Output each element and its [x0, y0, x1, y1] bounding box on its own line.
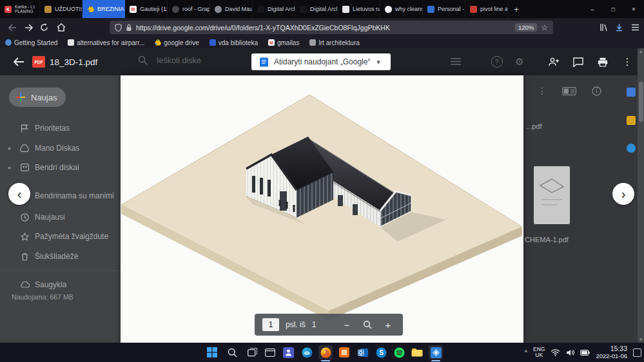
url-bar[interactable]: https://drive.google.com/drive/u/0/folde…	[110, 21, 553, 34]
zoom-level-badge[interactable]: 120%	[515, 23, 537, 32]
home-icon[interactable]	[55, 22, 66, 33]
magnifier-icon[interactable]	[360, 318, 375, 332]
tab-why-cleanse[interactable]: why cleanse	[380, 0, 423, 18]
minimize-button[interactable]: –	[582, 0, 603, 18]
app-orange-icon[interactable]	[337, 345, 351, 359]
tab-gautieji[interactable]: M Gautieji (11	[125, 0, 168, 18]
sidebar-item-bendri-diskai[interactable]: ▸ Bendri diskai	[0, 160, 121, 175]
keep-icon[interactable]	[627, 116, 636, 125]
tab-pivot[interactable]: pivot line an	[465, 0, 508, 18]
sidebar-item-naujausi[interactable]: Naujausi	[0, 209, 121, 225]
forward-icon[interactable]	[23, 22, 34, 33]
expand-caret-icon[interactable]: ▸	[8, 164, 12, 171]
tab-title: Karlka - L'a	[15, 5, 35, 10]
print-icon[interactable]	[597, 56, 609, 68]
calendar-icon[interactable]	[627, 88, 636, 97]
taskbar-clock[interactable]: 15:33 2022-01-06	[596, 345, 627, 359]
maximize-button[interactable]: □	[603, 0, 623, 18]
expand-caret-icon[interactable]: ▸	[8, 145, 12, 151]
zoom-out-icon[interactable]: −	[340, 318, 354, 332]
grid-view-toggle-icon[interactable]	[562, 87, 576, 95]
page-scrollbar[interactable]: ▲ ▼	[638, 48, 644, 343]
downloads-icon[interactable]	[614, 22, 625, 33]
new-button[interactable]: Naujas	[9, 88, 66, 107]
settings-gear-icon[interactable]: ⚙	[514, 56, 525, 68]
previous-page-button[interactable]: ‹	[8, 183, 30, 205]
sidebar-item-pazymeta[interactable]: Pažymėta žvaigždute	[0, 229, 121, 244]
tasks-icon[interactable]	[627, 144, 636, 153]
file-explorer-icon[interactable]	[410, 345, 424, 359]
hidden-icons-caret[interactable]: ^	[525, 349, 527, 356]
sidebar-item-saugykla[interactable]: Saugykla	[0, 277, 121, 292]
wifi-icon[interactable]	[551, 349, 560, 356]
bg-file-label[interactable]: ...pdf	[526, 122, 542, 130]
url-text[interactable]: https://drive.google.com/drive/u/0/folde…	[136, 24, 511, 32]
back-arrow-icon[interactable]	[13, 56, 24, 68]
new-tab-button[interactable]: +	[508, 0, 525, 18]
tab-uzduotis[interactable]: UŽDUOTIS	[40, 0, 83, 18]
tab-david[interactable]: David Maud	[210, 0, 253, 18]
battery-icon[interactable]	[580, 350, 590, 356]
help-icon[interactable]: ?	[491, 56, 503, 68]
scrollbar-thumb[interactable]	[639, 82, 643, 122]
scroll-down-icon[interactable]: ▼	[638, 338, 644, 341]
scroll-up-icon[interactable]: ▲	[638, 50, 644, 53]
photos-icon[interactable]	[429, 345, 443, 359]
library-icon[interactable]	[598, 22, 609, 33]
tray-date: 2022-01-06	[596, 352, 627, 359]
taskbar-search-icon[interactable]	[225, 345, 239, 359]
new-button-label: Naujas	[31, 93, 57, 102]
notification-center-icon[interactable]	[633, 348, 641, 357]
info-icon[interactable]	[592, 86, 601, 96]
tab-roof[interactable]: roof - Grap	[168, 0, 210, 18]
tab-lietuvos[interactable]: Lietuvos nac	[338, 0, 380, 18]
bg-more-icon[interactable]: ⋮	[538, 86, 547, 96]
open-with-caret-button[interactable]: ▾	[370, 53, 387, 70]
sidebar-item-prioritetas[interactable]: Prioritetas	[0, 120, 121, 136]
skype-icon[interactable]: S	[374, 345, 388, 359]
language-indicator[interactable]: ENG UK	[533, 347, 545, 358]
tab-breziniai-active[interactable]: BREZINIAI ×	[83, 0, 125, 18]
tab-favicon	[427, 6, 434, 13]
lock-icon[interactable]	[126, 24, 132, 32]
spotify-icon[interactable]	[392, 345, 406, 359]
bookmark-alternatives[interactable]: alternatives for airparr...	[68, 39, 144, 46]
volume-icon[interactable]	[566, 349, 574, 356]
start-button[interactable]	[205, 345, 219, 359]
close-window-button[interactable]: ×	[623, 0, 644, 18]
bookmark-vda-biblioteka[interactable]: vda biblioteka	[210, 39, 258, 46]
comment-icon[interactable]	[572, 56, 584, 68]
bookmark-google-drive[interactable]: google drive	[155, 39, 199, 46]
shield-icon[interactable]	[115, 24, 122, 32]
bookmark-star-icon[interactable]: ☆	[541, 23, 548, 32]
tab-digital-2[interactable]: Digital Arch	[295, 0, 338, 18]
app-window-icon[interactable]	[263, 345, 277, 359]
gear-glyph: ⚙	[515, 56, 523, 68]
edge-icon[interactable]	[300, 345, 314, 359]
bookmark-getting-started[interactable]: Getting Started	[5, 39, 57, 46]
tab-digital-1[interactable]: Digital Arch	[253, 0, 295, 18]
tab-karlka[interactable]: K Karlka - L'a PLANING	[0, 0, 40, 18]
sidebar-item-mano-diskas[interactable]: ▸ Mano Diskas	[0, 140, 121, 156]
tab-personal[interactable]: Personal - M	[423, 0, 465, 18]
bookmark-lrt-architektura[interactable]: lrt architektura	[309, 39, 359, 46]
list-view-icon[interactable]	[450, 56, 462, 68]
teams-icon[interactable]	[281, 345, 295, 359]
sidebar-item-siuksliadeze[interactable]: Šiukšliadėžė	[0, 249, 121, 264]
page-number-input[interactable]: 1	[262, 318, 279, 331]
task-view-icon[interactable]	[246, 345, 260, 359]
tab-subtitle: PLANING	[15, 9, 35, 14]
drive-search-dimmed[interactable]: Ieškoti diske	[138, 55, 201, 65]
refresh-icon[interactable]	[39, 22, 50, 33]
share-add-person-icon[interactable]	[548, 56, 560, 68]
bg-file-label[interactable]: CHEMA-1.pdf	[525, 236, 569, 243]
bg-file-thumbnail[interactable]	[534, 166, 570, 224]
firefox-icon[interactable]	[318, 345, 333, 359]
outlook-icon[interactable]	[356, 345, 370, 359]
back-icon[interactable]	[6, 22, 17, 33]
next-page-button[interactable]: ›	[612, 183, 634, 205]
more-options-icon[interactable]: ⋮	[621, 56, 633, 68]
bookmark-gmailas[interactable]: M gmailas	[268, 39, 299, 46]
menu-icon[interactable]	[630, 22, 641, 33]
zoom-in-icon[interactable]: +	[381, 318, 395, 332]
